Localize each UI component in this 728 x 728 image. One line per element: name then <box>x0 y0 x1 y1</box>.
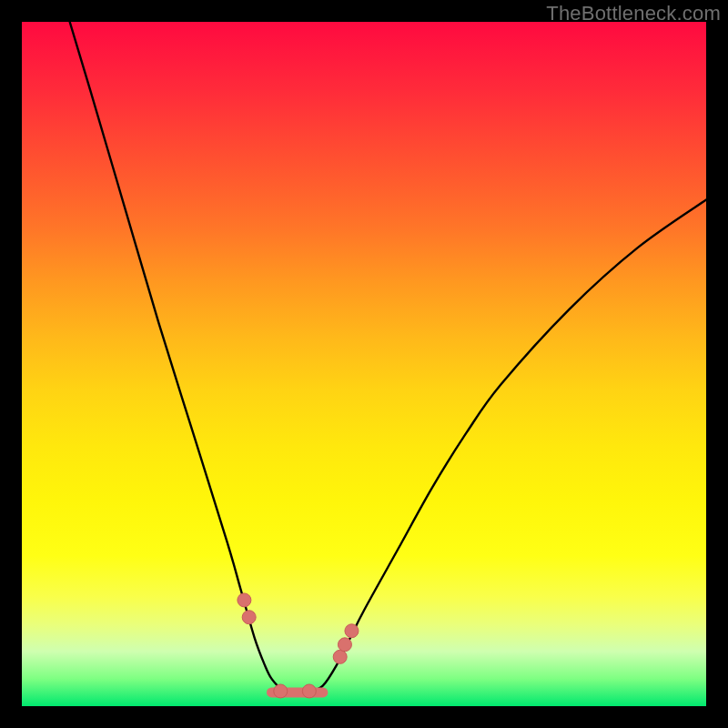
marker-dot <box>242 611 256 624</box>
curve-layer <box>22 22 706 706</box>
plot-area <box>22 22 706 706</box>
marker-dot <box>238 593 251 607</box>
marker-dot <box>345 624 359 638</box>
marker-dot <box>338 638 351 652</box>
outer-frame: TheBottleneck.com <box>0 0 728 728</box>
marker-group <box>238 593 359 698</box>
marker-dot <box>274 684 288 698</box>
marker-dot <box>302 684 316 698</box>
curve-right-branch <box>309 200 706 693</box>
marker-dot <box>333 650 347 663</box>
curve-left-branch <box>70 22 309 693</box>
